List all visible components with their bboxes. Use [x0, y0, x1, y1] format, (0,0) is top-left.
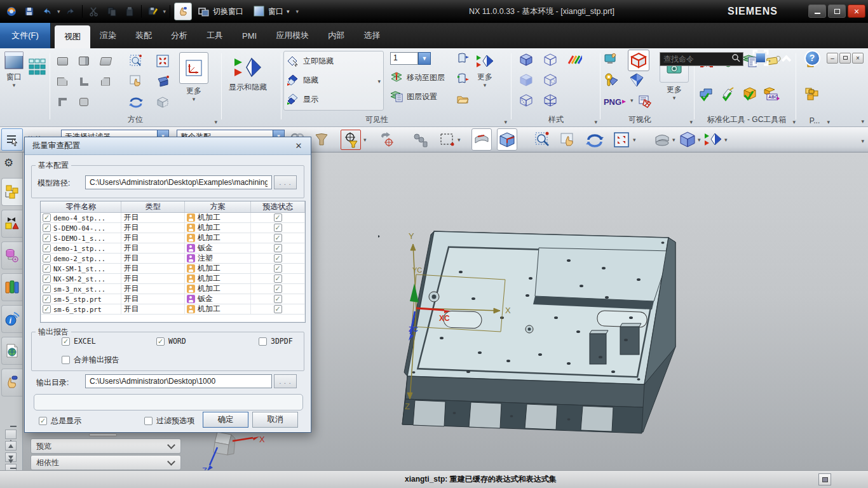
- save-as-dropdown-arrow[interactable]: ▾: [163, 9, 166, 14]
- restore-button[interactable]: [828, 4, 846, 18]
- orientation-group-arrow[interactable]: ▾: [214, 119, 217, 125]
- cancel-button[interactable]: 取消: [252, 412, 298, 428]
- curve-rule-icon[interactable]: [471, 128, 492, 151]
- close-button[interactable]: ×: [848, 4, 865, 18]
- view-orient-icon[interactable]: [652, 130, 672, 150]
- rectangle-select-dropdown[interactable]: ▾: [458, 137, 461, 142]
- front-view-icon[interactable]: [53, 72, 71, 90]
- status-window-icon[interactable]: [818, 473, 831, 485]
- row-checkbox[interactable]: ✓: [43, 234, 51, 242]
- isometric-view-icon[interactable]: [75, 52, 93, 70]
- visibility-group-arrow[interactable]: ▾: [504, 119, 507, 125]
- row-checkbox[interactable]: ✓: [43, 264, 51, 273]
- preview-panel-header[interactable]: 预览: [31, 438, 181, 454]
- visual-effects-icon[interactable]: [637, 93, 654, 111]
- sidebar-tab-assembly-navigator[interactable]: [1, 178, 22, 206]
- table-row[interactable]: ✓S-DEMO-04-...开目机加工✓: [41, 223, 305, 233]
- panel-drag-handle[interactable]: [89, 433, 117, 437]
- fit-tool-icon[interactable]: [611, 130, 632, 150]
- table-row[interactable]: ✓sm-6_stp.prt开目机加工✓: [41, 304, 305, 315]
- wireframe-hidden-icon[interactable]: [541, 71, 559, 89]
- preselect-checkbox[interactable]: ✓: [274, 254, 282, 262]
- preselect-checkbox[interactable]: ✓: [274, 274, 282, 283]
- rename-abc-icon[interactable]: ABC: [763, 85, 780, 103]
- excel-checkbox-row[interactable]: ✓ EXCEL: [62, 337, 96, 346]
- zoom-tool-icon[interactable]: [532, 130, 553, 150]
- word-checkbox-row[interactable]: ✓ WORD: [156, 337, 186, 346]
- cut-icon[interactable]: [86, 4, 102, 19]
- command-search-box[interactable]: [660, 52, 743, 66]
- switch-window-button[interactable]: 切换窗口: [194, 5, 247, 18]
- table-row[interactable]: ✓sm-3_nx_st...开目机加工✓: [41, 284, 305, 294]
- row-checkbox[interactable]: ✓: [43, 274, 51, 283]
- sidebar-tab-reuse-library[interactable]: [1, 273, 22, 301]
- pan-tool-icon[interactable]: [558, 130, 578, 150]
- open-folder-icon[interactable]: [454, 90, 471, 108]
- table-row[interactable]: ✓S-DEMO-1_s...开目机加工✓: [41, 233, 305, 243]
- table-row[interactable]: ✓NX-SM-1_st...开目机加工✓: [41, 264, 305, 274]
- tab-pmi[interactable]: PMI: [233, 23, 266, 48]
- preselect-checkbox[interactable]: ✓: [274, 295, 282, 303]
- snap-point-dropdown[interactable]: ▾: [363, 137, 367, 142]
- rectangle-select-icon[interactable]: [437, 130, 458, 150]
- row-checkbox[interactable]: ✓: [43, 305, 51, 313]
- back-view-icon[interactable]: [75, 93, 93, 111]
- toolbar-overflow-arrow[interactable]: ▾: [861, 138, 864, 144]
- qat-overflow-arrow[interactable]: ▾: [296, 9, 299, 14]
- minimize-button[interactable]: [808, 4, 826, 18]
- sidebar-tab-constraint-navigator[interactable]: [1, 210, 22, 238]
- png-dropdown-arrow[interactable]: ▾: [630, 98, 634, 103]
- always-show-checkbox[interactable]: ✓: [39, 417, 47, 425]
- row-checkbox[interactable]: ✓: [43, 244, 51, 252]
- tab-application[interactable]: 应用模块: [266, 23, 318, 48]
- filter-preselect-checkbox[interactable]: [144, 417, 153, 425]
- sidebar-tab-history[interactable]: [1, 337, 22, 365]
- preselect-checkbox[interactable]: ✓: [274, 285, 282, 293]
- cad-model[interactable]: Y X Z YC XC ZC: [378, 222, 709, 442]
- bottom-view-icon[interactable]: [53, 93, 71, 111]
- section-view-icon[interactable]: [154, 93, 172, 111]
- zoom-icon[interactable]: [127, 52, 145, 70]
- rotate-tool-icon[interactable]: [585, 130, 605, 150]
- touch-mode-button[interactable]: [174, 3, 192, 20]
- save-as-icon[interactable]: [146, 4, 161, 19]
- shaded-with-edges-icon[interactable]: [517, 51, 535, 69]
- tab-view[interactable]: 视图: [55, 25, 90, 48]
- output-dir-input[interactable]: [85, 374, 272, 388]
- dependency-collapse-chevron[interactable]: [167, 458, 175, 466]
- unlock-parts-icon[interactable]: [803, 85, 821, 103]
- redo-button[interactable]: [63, 4, 78, 19]
- row-checkbox[interactable]: ✓: [43, 254, 51, 262]
- rotate-icon[interactable]: [127, 93, 145, 111]
- preselect-checkbox[interactable]: ✓: [274, 244, 282, 252]
- check-cube-icon[interactable]: [741, 85, 759, 103]
- header-scheme[interactable]: 方案: [185, 201, 252, 212]
- word-checkbox[interactable]: ✓: [156, 337, 165, 346]
- tab-tools[interactable]: 工具: [197, 23, 233, 48]
- top-view-icon[interactable]: [97, 52, 114, 70]
- mdi-close-button[interactable]: ×: [852, 53, 864, 64]
- tab-select[interactable]: 选择: [354, 23, 390, 48]
- view-orient-dropdown[interactable]: ▾: [672, 137, 675, 142]
- wireframe-full-icon[interactable]: [541, 92, 559, 109]
- save-button[interactable]: [22, 4, 37, 19]
- layer-settings-item[interactable]: 图层设置: [390, 90, 437, 103]
- roles-gear-icon[interactable]: ⚙: [4, 156, 13, 170]
- layer-visible-in-view-icon[interactable]: [454, 50, 471, 67]
- model-path-browse-button[interactable]: . . .: [274, 175, 297, 189]
- stop-at-intersection-icon[interactable]: [497, 128, 517, 151]
- output-dir-browse-button[interactable]: . . .: [274, 374, 297, 388]
- search-input[interactable]: [660, 55, 731, 64]
- header-preselect[interactable]: 预选状态: [251, 201, 305, 212]
- snap-undo-icon[interactable]: [376, 130, 397, 150]
- materials-textures-icon[interactable]: [602, 71, 620, 89]
- style-group-arrow[interactable]: ▾: [594, 119, 597, 125]
- show-item[interactable]: 显示: [287, 93, 318, 105]
- always-show-checkbox-row[interactable]: ✓ 总是显示: [39, 416, 81, 426]
- work-layer-combo[interactable]: 1 ▼: [390, 52, 431, 65]
- merge-output-checkbox-row[interactable]: 合并输出报告: [62, 355, 119, 365]
- sidebar-scroll-top[interactable]: [5, 430, 17, 439]
- sidebar-tab-web-browser[interactable]: i: [1, 305, 22, 333]
- table-row[interactable]: ✓sm-5_stp.prt开目钣金✓: [41, 294, 305, 304]
- preselect-checkbox[interactable]: ✓: [274, 305, 282, 313]
